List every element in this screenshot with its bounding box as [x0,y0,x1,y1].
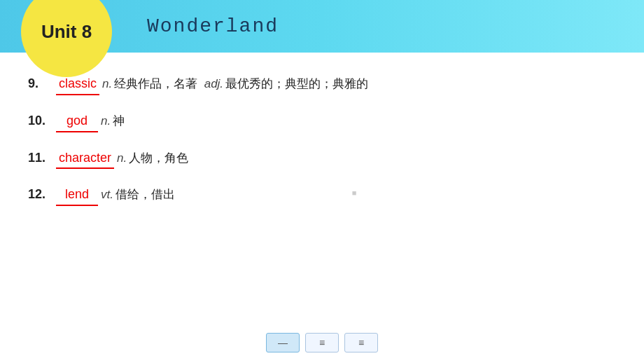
item-number-12: 12. [28,184,52,205]
word-10: god [56,111,98,132]
item-number-10: 10. [28,111,52,131]
def-9: n.经典作品，名著 adj.最优秀的；典型的；典雅的 [102,74,368,93]
nav-btn-2[interactable]: ≡ [305,333,339,352]
nav-btn-3-label: ≡ [358,337,364,348]
header-title: Wonderland [147,15,279,37]
nav-btn-3[interactable]: ≡ [344,333,378,352]
word-11: character [56,148,114,170]
nav-btn-1-label: — [278,337,288,348]
def-12: vt.借给，借出 [101,185,175,204]
item-number-9: 9. [28,74,52,94]
item-number-11: 11. [28,148,52,168]
watermark: ■ [352,189,357,197]
header: Unit 8 Wonderland [0,0,644,53]
nav-btn-1[interactable]: — [266,333,300,352]
unit-label: Unit 8 [41,21,92,43]
word-12: lend [56,184,98,206]
vocab-item-10: 10. god n.神 [28,111,616,132]
bottom-navigation: — ≡ ≡ [266,333,378,352]
nav-btn-2-label: ≡ [319,337,325,348]
def-11: n.人物，角色 [117,149,188,167]
vocab-item-11: 11. character n.人物，角色 [28,148,616,170]
def-10: n.神 [101,111,125,130]
vocab-content: 9. classic n.经典作品，名著 adj.最优秀的；典型的；典雅的 10… [0,60,644,235]
vocab-item-9: 9. classic n.经典作品，名著 adj.最优秀的；典型的；典雅的 [28,74,616,95]
title-text: Wonderland [147,15,279,37]
vocab-item-12: 12. lend vt.借给，借出 [28,184,616,206]
